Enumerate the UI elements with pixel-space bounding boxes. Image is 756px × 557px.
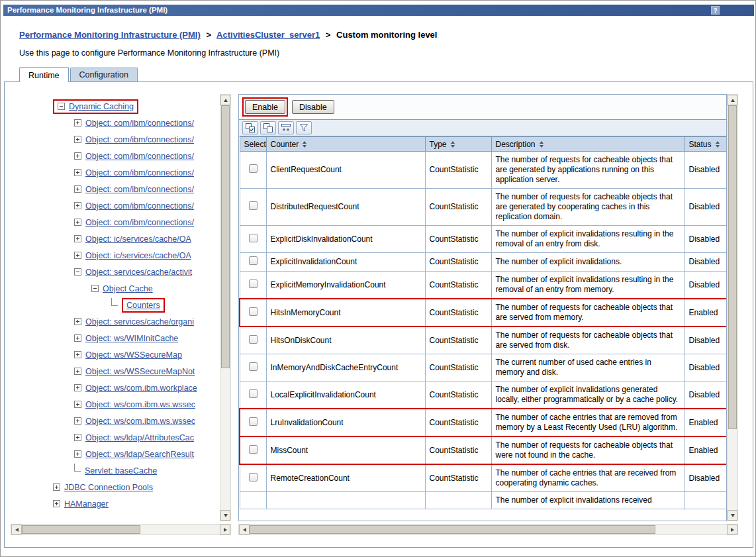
tree-item-link[interactable]: HAManager <box>64 499 109 509</box>
row-checkbox[interactable] <box>249 417 258 426</box>
disable-button[interactable]: Disable <box>292 100 334 114</box>
scrollbar-track[interactable] <box>220 105 230 510</box>
tree-expand-icon[interactable] <box>53 500 60 507</box>
scrollbar-thumb[interactable] <box>250 525 655 534</box>
scroll-up-button[interactable] <box>220 95 230 105</box>
row-checkbox[interactable] <box>249 201 258 210</box>
row-checkbox[interactable] <box>249 389 258 398</box>
scroll-left-button[interactable] <box>239 525 250 534</box>
scroll-down-button[interactable] <box>728 510 737 521</box>
tree-expand-icon[interactable] <box>74 136 81 143</box>
tree-expand-icon[interactable] <box>74 417 81 425</box>
clear-filter-icon[interactable] <box>296 121 312 134</box>
tree-item-link[interactable]: Object: ws/WSSecureMapNot <box>85 367 195 376</box>
tree-expand-icon[interactable] <box>74 202 81 209</box>
tree-item-link[interactable]: Object: ws/WIMInitCache <box>85 334 178 343</box>
tree-expand-icon[interactable] <box>74 235 81 242</box>
row-checkbox[interactable] <box>249 473 258 481</box>
tree-item-link[interactable]: Object: com/ibm/connections/ <box>85 152 194 161</box>
scrollbar-track[interactable] <box>22 525 220 534</box>
tab-configuration[interactable]: Configuration <box>70 68 138 81</box>
column-header-description[interactable]: Description <box>491 137 685 152</box>
tree-item-link[interactable]: Object: com/ibm/connections/ <box>85 135 194 144</box>
tree-expand-icon[interactable] <box>74 152 81 160</box>
tree-expand-icon[interactable] <box>74 351 81 358</box>
breadcrumb-link-pmi[interactable]: Performance Monitoring Infrastructure (P… <box>19 30 201 40</box>
tree-collapse-icon[interactable] <box>74 268 81 276</box>
tree-expand-icon[interactable] <box>74 119 81 127</box>
tree-item-link[interactable]: JDBC Connection Pools <box>64 483 153 492</box>
tree-expand-icon[interactable] <box>53 483 60 491</box>
tree-item-link[interactable]: Object: ws/com.ibm.ws.wssec <box>85 400 195 409</box>
scrollbar-thumb[interactable] <box>22 525 140 534</box>
scrollbar-track[interactable] <box>250 525 727 534</box>
tree-item-link[interactable]: Counters <box>122 298 165 313</box>
scrollbar-thumb[interactable] <box>221 105 230 368</box>
tree-horizontal-scrollbar[interactable] <box>11 524 231 535</box>
table-vertical-scrollbar[interactable] <box>727 94 738 521</box>
sort-icon[interactable] <box>716 141 720 148</box>
tree-item-link[interactable]: Servlet: baseCache <box>85 466 157 476</box>
show-filter-icon[interactable] <box>278 121 294 134</box>
tree-item-link[interactable]: Object: ws/WSSecureMap <box>85 350 182 360</box>
breadcrumb-link-server[interactable]: ActivitiesCluster_server1 <box>216 30 320 40</box>
description-cell: The number of requests for cacheable obj… <box>491 189 685 226</box>
table-horizontal-scrollbar[interactable] <box>238 524 738 535</box>
column-header-status[interactable]: Status <box>685 137 727 152</box>
sort-icon[interactable] <box>451 141 455 148</box>
sort-icon[interactable] <box>303 141 307 148</box>
tree-item-link[interactable]: Object: services/cache/organi <box>85 317 194 327</box>
tree-item-link[interactable]: Object: services/cache/activit <box>85 268 192 277</box>
tree-vertical-scrollbar[interactable] <box>220 94 231 521</box>
row-checkbox[interactable] <box>249 164 258 173</box>
tree-expand-icon[interactable] <box>74 434 81 441</box>
tree-item-link[interactable]: Object: ws/com.ibm.ws.wssec <box>85 417 195 426</box>
help-icon[interactable]: ? <box>711 6 720 15</box>
scroll-right-button[interactable] <box>727 525 737 534</box>
select-all-icon[interactable] <box>242 121 258 134</box>
tree-expand-icon[interactable] <box>74 185 81 193</box>
row-checkbox[interactable] <box>249 335 258 344</box>
row-checkbox[interactable] <box>249 234 258 242</box>
scroll-right-button[interactable] <box>220 525 230 534</box>
tree-item-link[interactable]: Object: ic/services/cache/OA <box>85 234 191 244</box>
scroll-down-button[interactable] <box>220 510 230 521</box>
tree-expand-icon[interactable] <box>74 219 81 226</box>
row-checkbox[interactable] <box>249 279 258 288</box>
tree-expand-icon[interactable] <box>74 384 81 391</box>
scrollbar-thumb[interactable] <box>728 105 737 429</box>
row-checkbox[interactable] <box>249 362 258 371</box>
tree-item-link[interactable]: Object: com/ibm/connections/ <box>85 119 194 128</box>
scroll-up-button[interactable] <box>728 95 737 105</box>
column-header-type[interactable]: Type <box>425 137 491 152</box>
tree-item-link[interactable]: Object: ws/ldap/SearchResult <box>85 450 194 459</box>
scrollbar-track[interactable] <box>728 105 737 510</box>
enable-button[interactable]: Enable <box>245 100 285 114</box>
tree-item-link[interactable]: Object: ic/services/cache/OA <box>85 251 191 260</box>
tree-expand-icon[interactable] <box>74 334 81 342</box>
tab-runtime[interactable]: Runtime <box>19 67 69 82</box>
tree-item-link[interactable]: Object: com/ibm/connections/ <box>85 168 194 177</box>
tree-expand-icon[interactable] <box>74 368 81 375</box>
tree-expand-icon[interactable] <box>74 252 81 259</box>
tree-item-link[interactable]: Object: com/ibm/connections/ <box>85 201 194 211</box>
tree-expand-icon[interactable] <box>74 401 81 408</box>
tree-collapse-icon[interactable] <box>58 103 65 110</box>
tree-item-link[interactable]: Object: ws/ldap/AttributesCac <box>85 433 194 442</box>
tree-collapse-icon[interactable] <box>91 285 99 292</box>
scroll-left-button[interactable] <box>11 525 22 534</box>
tree-item-link[interactable]: Object Cache <box>103 284 153 293</box>
tree-expand-icon[interactable] <box>74 318 81 325</box>
column-header-counter[interactable]: Counter <box>266 137 425 152</box>
tree-expand-icon[interactable] <box>74 169 81 176</box>
row-checkbox[interactable] <box>249 445 258 454</box>
tree-item-link[interactable]: Dynamic Caching <box>69 102 134 111</box>
tree-item-link[interactable]: Object: ws/com.ibm.workplace <box>85 383 197 393</box>
tree-expand-icon[interactable] <box>74 450 81 458</box>
tree-item-link[interactable]: Object: com/ibm/connections/ <box>85 185 194 194</box>
row-checkbox[interactable] <box>249 256 258 265</box>
deselect-all-icon[interactable] <box>260 121 276 134</box>
row-checkbox[interactable] <box>249 307 258 316</box>
sort-icon[interactable] <box>540 141 543 148</box>
tree-item-link[interactable]: Object: com/ibm/connections/ <box>85 218 194 227</box>
